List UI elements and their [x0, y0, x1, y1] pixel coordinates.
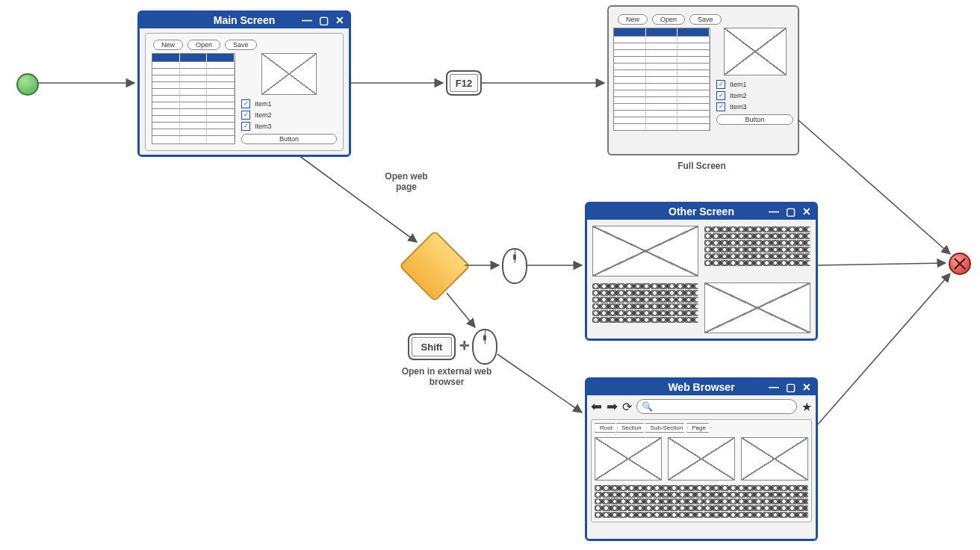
minimize-icon[interactable]: — [767, 380, 781, 394]
image-placeholder [724, 28, 787, 75]
key-f12: F12 [446, 70, 482, 96]
check-label: Item1 [255, 100, 272, 108]
btn-open[interactable]: Open [187, 40, 220, 50]
check-label: Item3 [255, 123, 272, 130]
maximize-icon[interactable]: ▢ [784, 380, 797, 394]
maximize-icon[interactable]: ▢ [317, 13, 330, 27]
close-icon[interactable]: ✕ [333, 13, 347, 27]
key-f12-label: F12 [456, 78, 472, 89]
image-placeholder [704, 282, 810, 333]
image-placeholder [261, 53, 317, 95]
end-node [949, 253, 971, 275]
main-table [152, 53, 235, 144]
checkbox-icon[interactable]: ✓ [241, 99, 250, 108]
star-icon[interactable]: ★ [801, 400, 812, 414]
btn-save[interactable]: Save [225, 40, 257, 50]
check-label: Item2 [730, 92, 747, 99]
mouse-icon-shift-click [472, 329, 497, 365]
mouse-icon-click [502, 248, 527, 284]
svg-line-10 [816, 274, 950, 426]
maximize-icon[interactable]: ▢ [784, 205, 797, 218]
breadcrumb: Root Section Sub-Section Page [595, 423, 808, 433]
text-placeholder [595, 485, 808, 518]
key-shift-label: Shift [421, 342, 443, 353]
btn-generic[interactable]: Button [716, 114, 793, 125]
back-icon[interactable]: ⬅ [591, 398, 602, 415]
plus-icon: ✛ [459, 339, 469, 353]
start-node [16, 73, 39, 96]
web-browser-title: Web Browser [668, 381, 734, 393]
svg-line-7 [497, 354, 582, 412]
full-toolbar: New Open Save [613, 11, 793, 28]
close-icon[interactable]: ✕ [800, 205, 813, 218]
other-screen-title: Other Screen [669, 206, 734, 217]
crumb-item[interactable]: Page [686, 423, 711, 433]
minimize-icon[interactable]: — [767, 205, 781, 218]
image-placeholder [595, 437, 662, 481]
full-table [613, 28, 710, 131]
btn-new[interactable]: New [618, 14, 648, 25]
image-placeholder [592, 226, 698, 276]
forward-icon[interactable]: ➡ [607, 398, 618, 415]
main-screen-title: Main Screen [214, 14, 275, 26]
text-placeholder [704, 226, 810, 276]
btn-new[interactable]: New [153, 40, 183, 50]
minimize-icon[interactable]: — [300, 13, 314, 27]
crumb-item[interactable]: Root [595, 423, 618, 433]
svg-line-9 [816, 263, 946, 265]
search-icon: 🔍 [642, 401, 653, 412]
text-placeholder [592, 282, 698, 333]
key-shift: Shift [408, 333, 456, 360]
window-main-screen: Main Screen — ▢ ✕ New Open Save [137, 10, 351, 157]
close-icon[interactable]: ✕ [800, 380, 813, 394]
btn-save[interactable]: Save [689, 14, 722, 25]
check-label: Item2 [255, 111, 272, 119]
window-full-screen: New Open Save ✓Item1 [607, 5, 799, 155]
image-placeholder [741, 437, 808, 481]
main-toolbar: New Open Save [149, 37, 340, 53]
check-label: Item3 [730, 103, 747, 111]
svg-line-3 [299, 155, 417, 242]
svg-line-6 [447, 293, 475, 327]
window-web-browser: Web Browser — ▢ ✕ ⬅ ➡ ⟳ 🔍 ★ Root Section… [585, 377, 818, 541]
checkbox-icon[interactable]: ✓ [716, 80, 725, 89]
checkbox-icon[interactable]: ✓ [716, 91, 725, 100]
checkbox-icon[interactable]: ✓ [241, 122, 250, 131]
btn-generic[interactable]: Button [241, 134, 337, 144]
check-label: Item1 [730, 81, 747, 88]
btn-open[interactable]: Open [652, 14, 685, 25]
decision-node [399, 230, 471, 302]
crumb-item[interactable]: Sub-Section [645, 423, 689, 433]
svg-line-8 [798, 120, 950, 254]
edge-label-open-external: Open in external web browser [387, 366, 506, 388]
window-other-screen: Other Screen — ▢ ✕ [585, 202, 818, 341]
caption-full-screen: Full Screen [607, 161, 796, 171]
edge-label-open-web-page: Open web page [369, 171, 444, 193]
checkbox-icon[interactable]: ✓ [716, 102, 725, 111]
image-placeholder [668, 437, 735, 481]
crumb-item[interactable]: Section [616, 423, 647, 433]
reload-icon[interactable]: ⟳ [622, 400, 632, 414]
checkbox-icon[interactable]: ✓ [241, 111, 250, 120]
